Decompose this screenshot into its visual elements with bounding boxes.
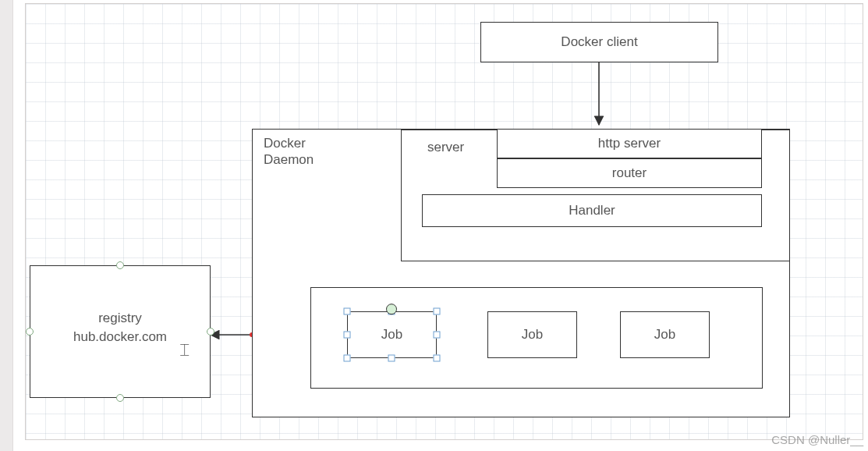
node-job-2-label: Job xyxy=(522,327,543,343)
node-registry-label-1: registry xyxy=(30,310,210,326)
conn-handle-w[interactable] xyxy=(26,328,34,336)
node-server-label: server xyxy=(427,139,464,155)
conn-handle-e[interactable] xyxy=(207,328,214,336)
node-handler[interactable]: Handler xyxy=(422,194,762,227)
watermark: CSDN @Nuller__ xyxy=(771,433,863,446)
diagram-canvas[interactable]: Docker client Docker Daemon server http … xyxy=(0,0,868,451)
selection-handle-se[interactable] xyxy=(434,355,441,362)
selection-handle-ne[interactable] xyxy=(434,308,441,315)
selection-handle-w[interactable] xyxy=(344,332,351,339)
selection-handle-nw[interactable] xyxy=(344,308,351,315)
selection-handle-s[interactable] xyxy=(388,355,395,362)
node-http-server-label: http server xyxy=(598,136,661,151)
node-http-server[interactable]: http server xyxy=(497,129,762,158)
node-registry[interactable]: registry hub.docker.com xyxy=(30,265,211,398)
selection-handle-e[interactable] xyxy=(434,332,441,339)
node-job-3-label: Job xyxy=(654,327,675,343)
node-docker-client[interactable]: Docker client xyxy=(480,22,718,62)
node-router-label: router xyxy=(612,165,647,181)
node-handler-label: Handler xyxy=(569,203,615,218)
node-job-3[interactable]: Job xyxy=(620,311,710,358)
node-job-2[interactable]: Job xyxy=(487,311,577,358)
node-docker-daemon-label: Docker Daemon xyxy=(264,135,314,169)
node-job-1-label: Job xyxy=(381,327,402,343)
node-docker-client-label: Docker client xyxy=(561,34,637,50)
arrow-endpoint-marker xyxy=(386,304,397,314)
node-job-1[interactable]: Job xyxy=(347,311,437,358)
selection-handle-sw[interactable] xyxy=(344,355,351,362)
ruler-gutter xyxy=(0,0,13,451)
conn-handle-n[interactable] xyxy=(116,261,124,269)
conn-handle-s[interactable] xyxy=(116,394,124,402)
text-caret: ⌶ xyxy=(179,341,190,357)
node-router[interactable]: router xyxy=(497,158,762,188)
